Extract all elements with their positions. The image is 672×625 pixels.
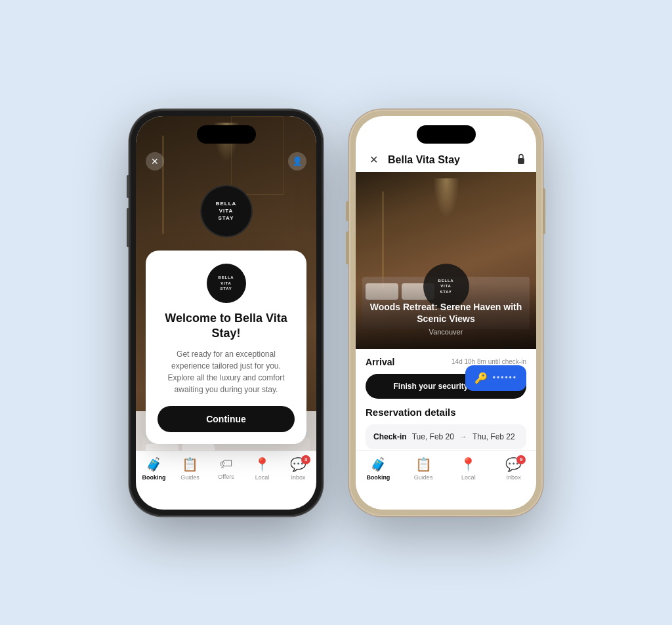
inbox-label-left: Inbox [291,474,305,481]
offers-icon-left: 🏷 [220,456,233,472]
ceiling-light-right [433,178,459,218]
close-button-left[interactable]: ✕ [146,152,164,171]
hero-logo-text: BELLA VITA STAY [438,278,454,294]
checkin-timer: 14d 10h 8m until check-in [452,358,526,365]
nav-item-local-left[interactable]: 📍 Local [244,456,280,481]
phones-container: ✕ 👤 BELLA VITA STAY Offers [129,110,543,516]
inbox-label-right: Inbox [507,474,521,481]
right-content-area: Arrival 14d 10h 8m until check-in Finish… [356,349,536,451]
guides-icon-left: 📋 [182,456,198,472]
offers-label-left: Offers [218,474,234,480]
dynamic-island-left [197,125,256,144]
nav-item-inbox-left[interactable]: 💬 3 Inbox [280,456,316,481]
avatar-button-left[interactable]: 👤 [288,152,306,171]
close-icon-left: ✕ [151,156,159,167]
modal-description: Get ready for an exceptional experience … [158,348,295,395]
hero-title-right: Woods Retreat: Serene Haven with Scenic … [366,301,526,325]
hero-caption-right: Woods Retreat: Serene Haven with Scenic … [366,301,526,335]
nav-item-guides-left[interactable]: 📋 Guides [172,456,208,481]
key-icon: 🔑 [474,372,488,384]
guides-icon-right: 📋 [415,456,432,472]
inbox-badge-right: 9 [516,455,526,464]
nav-item-local-right[interactable]: 📍 Local [446,456,492,481]
lock-icon-right [516,153,526,167]
hero-room-detail [382,192,384,290]
checkin-label: Check-in [373,432,407,441]
background-logo-left: BELLA VITA STAY [200,185,253,237]
modal-title: Welcome to Bella Vita Stay! [158,311,295,342]
hotel-name-header: Bella Vita Stay [388,154,460,166]
booking-icon-left: 🧳 [146,456,162,472]
nav-item-guides-right[interactable]: 📋 Guides [401,456,446,481]
booking-icon-right: 🧳 [370,456,387,472]
close-button-right[interactable]: ✕ [366,152,381,168]
bottom-nav-left: 🧳 Booking 📋 Guides 🏷 Offers 📍 Local [136,451,316,510]
key-card[interactable]: 🔑 •••••• [465,365,526,391]
background-logo-text-left: BELLA VITA STAY [216,200,237,222]
modal-logo-text: BELLA VITA STAY [219,275,234,291]
svg-rect-0 [518,158,524,164]
nav-item-booking-right[interactable]: 🧳 Booking [356,456,401,481]
hero-image-right: BELLA VITA STAY Woods Retreat: Serene Ha… [356,172,536,349]
nav-item-inbox-right[interactable]: 💬 9 Inbox [491,456,536,481]
right-screen-header: ✕ Bella Vita Stay [366,152,526,168]
right-phone-screen: ✕ Bella Vita Stay [356,116,536,510]
nav-item-booking-left[interactable]: 🧳 Booking [136,456,172,481]
checkin-to-date: Thu, Feb 22 [472,432,515,441]
inbox-badge-left: 3 [301,455,310,464]
hero-location-right: Vancouver [366,328,526,336]
modal-logo: BELLA VITA STAY [207,264,246,303]
avatar-icon-left: 👤 [292,156,303,166]
booking-label-left: Booking [142,474,166,481]
checkin-dates: Tue, Feb 20 → Thu, Feb 22 [412,432,515,441]
local-label-right: Local [461,474,476,481]
welcome-modal: BELLA VITA STAY Welcome to Bella Vita St… [146,251,306,444]
local-label-left: Local [255,474,270,481]
inbox-badge-container-right: 💬 9 [505,456,522,472]
continue-button[interactable]: Continue [158,406,295,432]
checkin-arrow: → [459,432,467,441]
close-icon-right: ✕ [369,153,378,166]
left-phone: ✕ 👤 BELLA VITA STAY Offers [129,110,323,516]
side-btn-2 [346,232,349,264]
booking-label-right: Booking [366,474,390,481]
arrival-label: Arrival [366,357,394,367]
room-detail-1 [162,136,164,234]
dynamic-island-right [417,125,476,144]
left-side-buttons-right [346,201,349,264]
guides-label-left: Guides [180,474,200,481]
bottom-nav-right: 🧳 Booking 📋 Guides 📍 Local 💬 9 Inbox [356,451,536,510]
local-icon-right: 📍 [460,456,476,472]
nav-item-offers-left[interactable]: 🏷 Offers [208,456,244,480]
right-phone: ✕ Bella Vita Stay [349,110,543,516]
inbox-badge-container-left: 💬 3 [290,456,306,472]
reservation-title: Reservation details [366,407,526,418]
local-icon-left: 📍 [254,456,270,472]
checkin-strip: Check-in Tue, Feb 20 → Thu, Feb 22 [366,424,526,449]
left-screen-header: ✕ 👤 [146,152,306,171]
left-phone-screen: ✕ 👤 BELLA VITA STAY Offers [136,116,316,510]
key-dots: •••••• [493,373,517,382]
guides-label-right: Guides [414,474,433,481]
side-btn-1 [346,201,349,221]
checkin-from-date: Tue, Feb 20 [412,432,454,441]
